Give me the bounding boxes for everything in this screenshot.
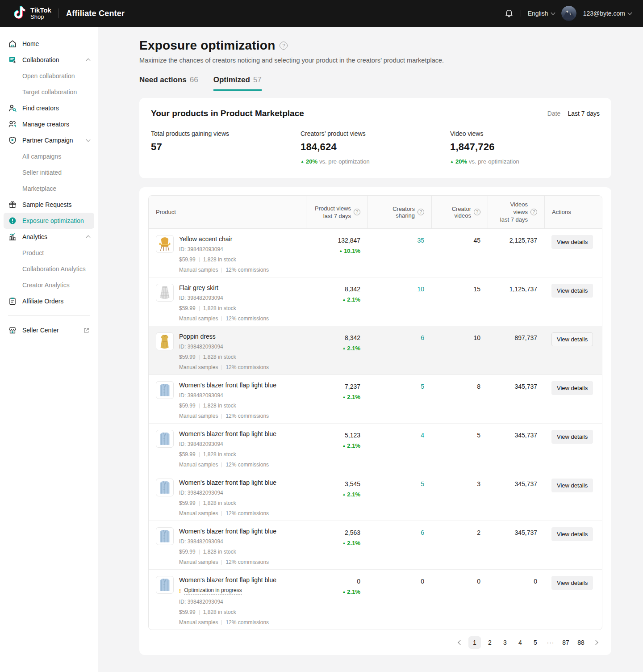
creators-sharing-link[interactable]: 35 — [417, 237, 424, 244]
creators-sharing-link[interactable]: 5 — [421, 480, 424, 487]
brand-name: TikTok Shop — [30, 7, 51, 20]
product-views-cell: 7,237 ▲2.1% — [306, 375, 367, 423]
creators-sharing-cell: 4 — [367, 424, 431, 472]
view-details-button[interactable]: View details — [551, 430, 593, 444]
sidebar-item-marketplace[interactable]: Marketplace — [4, 181, 94, 197]
product-id: ID: 398482093094 — [179, 538, 276, 545]
sidebar-item-partner-campaign[interactable]: Partner Campaign — [4, 132, 94, 148]
sidebar-item-seller-initiated[interactable]: Seller initiated — [4, 164, 94, 181]
help-icon[interactable]: ? — [280, 42, 288, 50]
videos-views-cell: 1,125,737 — [488, 277, 544, 326]
view-details-button[interactable]: View details — [551, 381, 593, 395]
creators-sharing-link[interactable]: 10 — [417, 286, 424, 293]
sidebar-item-target-collaboration[interactable]: Target collaboration — [4, 84, 94, 100]
sidebar-item-creator-analytics[interactable]: Creator Analytics — [4, 277, 94, 293]
blazer-thumbnail — [156, 576, 174, 594]
tab-optimized[interactable]: Optimized 57 — [213, 76, 262, 91]
page-button-88[interactable]: 88 — [575, 636, 587, 649]
header-divider — [58, 8, 59, 18]
date-filter[interactable]: Date Last 7 days — [547, 110, 600, 117]
view-details-button[interactable]: View details — [551, 479, 593, 492]
header-divider — [521, 10, 521, 17]
product-name: Flair grey skirt — [179, 284, 269, 292]
help-icon[interactable]: ? — [354, 209, 360, 215]
sidebar-item-open-collaboration[interactable]: Open collaboration — [4, 68, 94, 84]
blazer-thumbnail — [156, 430, 174, 448]
product-views-cell: 0 ▲2.1% — [306, 570, 367, 630]
sidebar-item-product[interactable]: Product — [4, 245, 94, 261]
sidebar-item-find-creators[interactable]: Find creators — [4, 100, 94, 116]
sidebar-item-collaboration[interactable]: Collaboration — [4, 52, 94, 68]
bell-icon[interactable] — [504, 8, 514, 18]
next-page-button[interactable] — [590, 636, 602, 649]
summary-card: Your products in Product Marketplace Dat… — [139, 98, 611, 178]
creators-sharing-link[interactable]: 6 — [421, 334, 424, 341]
page-button-5[interactable]: 5 — [529, 636, 542, 649]
analytics-icon — [8, 232, 17, 241]
view-details-button[interactable]: View details — [551, 235, 593, 249]
page-button-3[interactable]: 3 — [499, 636, 511, 649]
view-details-button[interactable]: View details — [551, 284, 593, 298]
tiktok-shop-brand[interactable]: TikTok Shop — [12, 6, 51, 21]
sidebar-item-manage-creators[interactable]: Manage creators — [4, 116, 94, 132]
view-details-button[interactable]: View details — [551, 576, 593, 590]
language-selector[interactable]: English — [528, 10, 555, 17]
creator-videos-cell: 10 — [431, 326, 488, 374]
view-details-button[interactable]: View details — [551, 527, 593, 541]
sidebar-item-exposure-optimization[interactable]: Exposure optimization — [4, 213, 94, 229]
product-price-stock: $59.991,828 in stock — [179, 549, 276, 555]
page-button-1[interactable]: 1 — [468, 636, 481, 649]
page-button-87[interactable]: 87 — [559, 636, 572, 649]
store-icon — [8, 326, 17, 335]
avatar[interactable] — [561, 6, 576, 21]
prev-page-button[interactable] — [453, 636, 466, 649]
sidebar-item-analytics[interactable]: Analytics — [4, 229, 94, 245]
sidebar-item-collaboration-analytics[interactable]: Collaboration Analytics — [4, 261, 94, 277]
creators-sharing-link[interactable]: 6 — [421, 529, 424, 536]
product-id: ID: 398482093094 — [179, 392, 276, 399]
videos-views-cell: 345,737 — [488, 375, 544, 423]
sidebar-item-seller-center[interactable]: Seller Center — [4, 322, 94, 338]
chevron-up-icon — [86, 59, 91, 63]
help-icon[interactable]: ? — [530, 209, 537, 215]
actions-cell: View details — [544, 375, 594, 423]
page-button-2[interactable]: 2 — [484, 636, 496, 649]
product-name: Women's blazer front flap light blue — [179, 381, 276, 389]
collaboration-icon — [8, 55, 17, 64]
creators-sharing-cell: 6 — [367, 521, 431, 569]
videos-views-cell: 0 — [488, 570, 544, 630]
product-samples-commission: Manual samples12% commissions — [179, 315, 269, 322]
tab-need-actions[interactable]: Need actions 66 — [139, 76, 198, 91]
chevron-down-icon — [86, 138, 91, 142]
product-price-stock: $59.991,828 in stock — [179, 609, 276, 615]
sidebar-item-affiliate-orders[interactable]: Affiliate Orders — [4, 293, 94, 309]
view-details-button[interactable]: View details — [551, 332, 593, 346]
videos-views-cell: 345,737 — [488, 521, 544, 569]
skirt-thumbnail — [156, 284, 174, 302]
creators-sharing-link[interactable]: 4 — [421, 432, 424, 439]
product-samples-commission: Manual samples12% commissions — [179, 559, 276, 565]
tab-bar: Need actions 66 Optimized 57 — [139, 76, 611, 91]
sidebar-item-label: Collaboration Analytics — [22, 265, 86, 273]
page-button-4[interactable]: 4 — [514, 636, 526, 649]
up-arrow-icon: ▲ — [342, 395, 346, 399]
creator-videos-cell: 15 — [431, 277, 488, 326]
product-name: Poppin dress — [179, 332, 269, 340]
table-row: Poppin dress ID: 398482093094 $59.991,82… — [149, 326, 602, 374]
account-email: 123@byte.com — [583, 10, 625, 17]
sidebar-item-label: Home — [22, 40, 39, 47]
sidebar-item-home[interactable]: Home — [4, 36, 94, 52]
pagination: 12345···8788 — [148, 636, 602, 649]
sidebar-item-all-campaigns[interactable]: All campaigns — [4, 148, 94, 164]
account-menu[interactable]: 123@byte.com — [583, 10, 631, 17]
help-icon[interactable]: ? — [474, 209, 480, 215]
sidebar-item-sample-requests[interactable]: Sample Requests — [4, 197, 94, 213]
up-arrow-icon: ▲ — [342, 444, 346, 448]
actions-cell: View details — [544, 472, 594, 521]
product-samples-commission: Manual samples12% commissions — [179, 364, 269, 370]
product-samples-commission: Manual samples12% commissions — [179, 413, 276, 419]
creators-sharing-link[interactable]: 5 — [421, 383, 424, 390]
help-icon[interactable]: ? — [418, 209, 424, 215]
chevron-down-icon — [628, 11, 632, 15]
product-views-cell: 3,545 ▲2.1% — [306, 472, 367, 521]
